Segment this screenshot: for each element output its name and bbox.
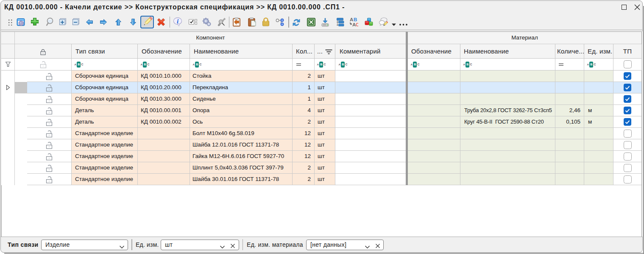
- svg-text:C: C: [356, 22, 358, 27]
- svg-text:B: B: [354, 17, 357, 22]
- svg-text:A: A: [350, 17, 353, 22]
